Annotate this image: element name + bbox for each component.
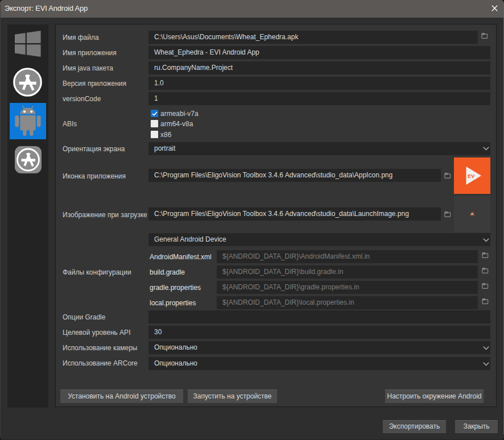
svg-text:EV: EV	[468, 173, 475, 179]
